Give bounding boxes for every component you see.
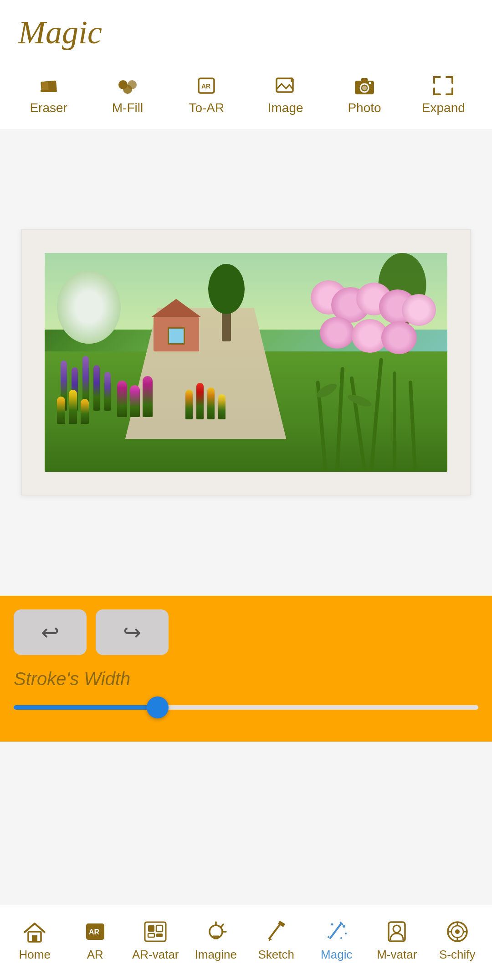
garden-scene xyxy=(45,253,447,472)
nav-item-schify[interactable]: S-chify xyxy=(427,914,488,966)
image-label: Image xyxy=(268,101,303,115)
nav-label-home: Home xyxy=(19,948,51,962)
strokes-label: Stroke's Width xyxy=(14,669,478,689)
garden-image[interactable] xyxy=(45,253,447,472)
m-vatar-icon xyxy=(383,919,410,944)
ar-vatar-icon xyxy=(142,919,169,944)
svg-rect-20 xyxy=(148,925,154,932)
svg-rect-22 xyxy=(148,934,154,937)
app-title: Magic xyxy=(18,14,474,52)
imagine-icon xyxy=(202,919,230,944)
nav-label-arvatar: AR-vatar xyxy=(132,948,179,962)
home-icon xyxy=(21,919,48,944)
nav-item-home[interactable]: Home xyxy=(5,914,65,966)
svg-point-37 xyxy=(331,923,333,925)
canvas-area xyxy=(0,129,492,596)
eraser-icon xyxy=(36,74,62,97)
spacer xyxy=(0,742,492,905)
nav-item-imagine[interactable]: Imagine xyxy=(186,914,246,966)
nav-label-magic: Magic xyxy=(321,948,352,962)
svg-rect-23 xyxy=(156,934,163,937)
svg-point-45 xyxy=(455,929,460,934)
svg-point-5 xyxy=(123,85,132,94)
toolbar-item-eraser[interactable]: Eraser xyxy=(9,70,88,120)
svg-text:AR: AR xyxy=(89,928,100,936)
svg-point-36 xyxy=(343,925,345,928)
svg-rect-16 xyxy=(32,935,37,942)
toolbar-item-photo[interactable]: Photo xyxy=(325,70,404,120)
slider-thumb[interactable] xyxy=(147,696,169,718)
svg-point-14 xyxy=(369,82,371,84)
toolbar-item-mfill[interactable]: M-Fill xyxy=(88,70,167,120)
toolbar: Eraser M-Fill AR To-AR xyxy=(0,65,492,129)
svg-line-25 xyxy=(221,924,223,927)
m-fill-icon xyxy=(115,74,140,97)
redo-button[interactable]: ↪ xyxy=(96,609,169,655)
svg-rect-11 xyxy=(361,78,368,82)
photo-label: Photo xyxy=(348,101,381,115)
toolbar-item-expand[interactable]: Expand xyxy=(404,70,483,120)
bottom-nav: Home AR AR AR-vatar xyxy=(0,905,492,980)
header: Magic xyxy=(0,0,492,65)
undo-redo-row: ↩ ↪ xyxy=(14,609,478,655)
bottom-panel: ↩ ↪ Stroke's Width xyxy=(0,596,492,742)
image-icon xyxy=(273,74,298,97)
magic-icon xyxy=(323,919,350,944)
svg-text:AR: AR xyxy=(201,83,210,90)
undo-button[interactable]: ↩ xyxy=(14,609,87,655)
toar-label: To-AR xyxy=(189,101,224,115)
to-ar-icon: AR xyxy=(194,74,219,97)
expand-icon xyxy=(430,74,456,97)
svg-point-39 xyxy=(328,936,329,938)
svg-rect-21 xyxy=(156,925,163,932)
nav-label-sketch: Sketch xyxy=(258,948,295,962)
photo-icon xyxy=(352,74,377,97)
eraser-label: Eraser xyxy=(30,101,67,115)
svg-point-38 xyxy=(345,933,347,934)
image-frame xyxy=(21,229,471,495)
ar-icon: AR xyxy=(82,919,109,944)
toolbar-item-image[interactable]: Image xyxy=(246,70,325,120)
svg-point-40 xyxy=(340,937,342,939)
toolbar-item-toar[interactable]: AR To-AR xyxy=(167,70,246,120)
svg-line-30 xyxy=(270,923,281,938)
svg-point-42 xyxy=(393,925,400,933)
mfill-label: M-Fill xyxy=(112,101,143,115)
nav-item-mvatar[interactable]: M-vatar xyxy=(367,914,427,966)
nav-item-ar[interactable]: AR AR xyxy=(65,914,126,966)
svg-rect-2 xyxy=(41,90,57,92)
nav-item-magic[interactable]: Magic xyxy=(307,914,367,966)
slider-track xyxy=(14,705,478,710)
nav-item-sketch[interactable]: Sketch xyxy=(246,914,307,966)
slider-container xyxy=(14,698,478,717)
slider-fill xyxy=(14,705,162,710)
nav-label-schify: S-chify xyxy=(439,948,475,962)
nav-label-imagine: Imagine xyxy=(195,948,237,962)
sketch-icon xyxy=(262,919,290,944)
expand-label: Expand xyxy=(422,101,465,115)
nav-item-arvatar[interactable]: AR-vatar xyxy=(125,914,186,966)
svg-line-34 xyxy=(330,923,341,938)
svg-line-33 xyxy=(269,938,270,941)
nav-label-ar: AR xyxy=(87,948,103,962)
svg-point-13 xyxy=(362,86,367,90)
nav-label-mvatar: M-vatar xyxy=(377,948,417,962)
s-chify-icon xyxy=(444,919,471,944)
